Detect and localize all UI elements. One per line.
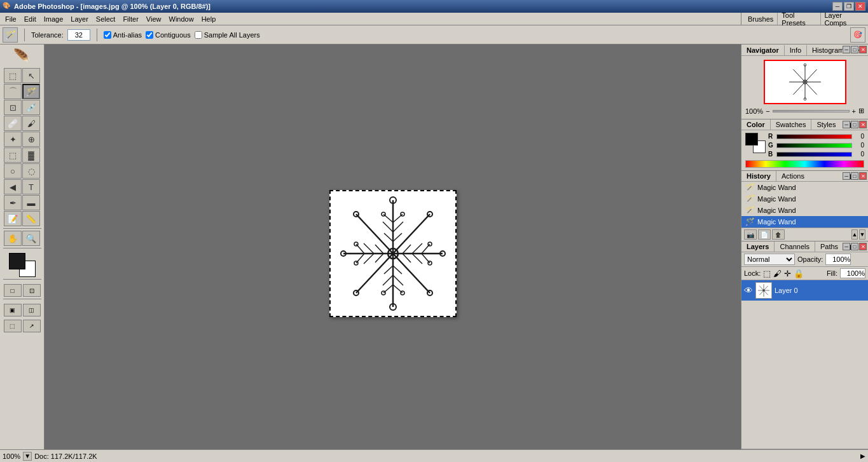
layer-item[interactable]: 👁 Layer 0 bbox=[741, 280, 868, 301]
history-tab[interactable]: History bbox=[741, 171, 776, 181]
history-new-snapshot-btn[interactable]: 📷 bbox=[744, 229, 757, 240]
path-selection-tool[interactable]: ◀ bbox=[4, 179, 22, 194]
sample-all-checkbox-label[interactable]: Sample All Layers bbox=[195, 31, 260, 39]
layer-comps-tab[interactable]: Layer Comps bbox=[821, 13, 866, 25]
b-slider[interactable] bbox=[776, 152, 852, 157]
anti-alias-checkbox[interactable] bbox=[104, 31, 111, 39]
hand-tool[interactable]: ✋ bbox=[4, 231, 22, 246]
type-tool[interactable]: T bbox=[22, 179, 40, 194]
contiguous-checkbox-label[interactable]: Contiguous bbox=[146, 31, 191, 39]
dodge-tool[interactable]: ◌ bbox=[22, 163, 40, 179]
channels-tab[interactable]: Channels bbox=[775, 241, 815, 252]
color-fg-swatch[interactable] bbox=[745, 133, 758, 146]
nav-restore-btn[interactable]: □ bbox=[851, 46, 858, 53]
history-delete-btn[interactable]: 🗑 bbox=[772, 229, 785, 240]
sample-icon-button[interactable]: 🎯 bbox=[850, 27, 865, 43]
nav-zoom-slider[interactable] bbox=[773, 110, 850, 112]
nav-close-btn[interactable]: ✕ bbox=[859, 46, 867, 53]
status-zoom-btn[interactable]: ▼ bbox=[23, 452, 32, 461]
nav-zoom-plus[interactable]: + bbox=[852, 107, 856, 115]
eyedropper-tool[interactable]: 💉 bbox=[22, 100, 40, 115]
history-new-doc-btn[interactable]: 📄 bbox=[758, 229, 771, 240]
menu-window[interactable]: Window bbox=[165, 14, 198, 24]
screen-mode-btn-1[interactable]: ▣ bbox=[4, 304, 22, 316]
r-slider[interactable] bbox=[776, 134, 852, 139]
color-restore-btn[interactable]: □ bbox=[851, 121, 858, 128]
history-scroll-down[interactable]: ▼ bbox=[859, 229, 865, 240]
info-tab[interactable]: Info bbox=[785, 45, 807, 55]
color-minimize-btn[interactable]: ─ bbox=[843, 121, 850, 128]
status-scroll-btn[interactable]: ▶ bbox=[860, 452, 865, 459]
lock-all-icon[interactable]: 🔒 bbox=[794, 269, 804, 278]
history-item[interactable]: 🪄 Magic Wand bbox=[741, 182, 868, 193]
menu-edit[interactable]: Edit bbox=[20, 14, 40, 24]
menu-select[interactable]: Select bbox=[92, 14, 120, 24]
menu-image[interactable]: Image bbox=[40, 14, 67, 24]
g-slider[interactable] bbox=[776, 143, 852, 148]
lock-transparent-icon[interactable]: ⬚ bbox=[763, 269, 771, 278]
lock-image-icon[interactable]: 🖌 bbox=[773, 269, 782, 278]
navigator-tab[interactable]: Navigator bbox=[741, 45, 785, 55]
history-item-active[interactable]: 🪄 Magic Wand bbox=[741, 216, 868, 228]
healing-brush-tool[interactable]: 🩹 bbox=[4, 116, 22, 131]
quick-mask-btn[interactable]: ⊡ bbox=[23, 284, 41, 297]
paths-tab[interactable]: Paths bbox=[815, 241, 843, 252]
clone-stamp-tool[interactable]: ✦ bbox=[4, 132, 22, 147]
screen-mode-btn-2[interactable]: ◫ bbox=[23, 304, 41, 316]
magic-wand-tool active[interactable]: 🪄 bbox=[22, 84, 40, 99]
sample-all-checkbox[interactable] bbox=[195, 31, 202, 39]
tool-presets-tab[interactable]: Tool Presets bbox=[778, 13, 820, 25]
layers-minimize-btn[interactable]: ─ bbox=[843, 243, 850, 250]
move-tool[interactable]: ↖ bbox=[22, 68, 40, 83]
history-close-btn[interactable]: ✕ bbox=[859, 172, 867, 180]
crop-tool[interactable]: ⊡ bbox=[4, 100, 22, 115]
minimize-button[interactable]: ─ bbox=[832, 2, 843, 11]
blur-tool[interactable]: ○ bbox=[4, 163, 22, 179]
styles-tab[interactable]: Styles bbox=[811, 119, 841, 130]
menu-help[interactable]: Help bbox=[198, 14, 220, 24]
anti-alias-checkbox-label[interactable]: Anti-alias bbox=[104, 31, 142, 39]
fill-input[interactable] bbox=[840, 268, 865, 278]
blend-mode-select[interactable]: Normal Multiply Screen bbox=[744, 254, 795, 265]
close-button[interactable]: ✕ bbox=[855, 2, 865, 11]
color-close-btn[interactable]: ✕ bbox=[859, 121, 867, 128]
layers-restore-btn[interactable]: □ bbox=[851, 243, 858, 250]
layers-close-btn[interactable]: ✕ bbox=[859, 243, 867, 250]
brushes-tab[interactable]: Brushes bbox=[744, 13, 778, 25]
menu-filter[interactable]: Filter bbox=[119, 14, 142, 24]
extra-btn-2[interactable]: ↗ bbox=[23, 320, 41, 332]
shape-tool[interactable]: ▬ bbox=[22, 195, 40, 210]
history-brush-tool[interactable]: ⊕ bbox=[22, 132, 40, 147]
menu-view[interactable]: View bbox=[142, 14, 165, 24]
history-scroll-up[interactable]: ▲ bbox=[851, 229, 858, 240]
standard-mode-btn[interactable]: □ bbox=[4, 284, 22, 297]
measure-tool[interactable]: 📏 bbox=[22, 211, 40, 226]
history-restore-btn[interactable]: □ bbox=[851, 172, 858, 180]
history-item[interactable]: 🪄 Magic Wand bbox=[741, 205, 868, 216]
swatches-tab[interactable]: Swatches bbox=[771, 119, 812, 130]
color-tab[interactable]: Color bbox=[741, 119, 771, 130]
contiguous-checkbox[interactable] bbox=[146, 31, 153, 39]
brush-tool[interactable]: 🖌 bbox=[22, 116, 40, 131]
menu-layer[interactable]: Layer bbox=[67, 14, 92, 24]
history-minimize-btn[interactable]: ─ bbox=[843, 172, 850, 180]
opacity-input[interactable] bbox=[825, 254, 851, 265]
notes-tool[interactable]: 📝 bbox=[4, 211, 22, 226]
extra-btn-1[interactable]: ⬚ bbox=[4, 320, 22, 332]
layers-tab[interactable]: Layers bbox=[741, 241, 775, 252]
actions-tab[interactable]: Actions bbox=[776, 171, 809, 181]
restore-button[interactable]: ❐ bbox=[844, 2, 854, 11]
marquee-tool[interactable]: ⬚ bbox=[4, 68, 22, 83]
history-item[interactable]: 🪄 Magic Wand bbox=[741, 193, 868, 205]
pen-tool[interactable]: ✒ bbox=[4, 195, 22, 210]
nav-zoom-minus[interactable]: − bbox=[766, 107, 769, 115]
lasso-tool[interactable]: ⌒ bbox=[4, 84, 22, 99]
menu-file[interactable]: File bbox=[1, 14, 20, 24]
layer-visibility-icon[interactable]: 👁 bbox=[744, 285, 753, 296]
zoom-tool[interactable]: 🔍 bbox=[22, 231, 40, 246]
eraser-tool[interactable]: ⬚ bbox=[4, 147, 22, 163]
color-spectrum[interactable] bbox=[745, 160, 864, 168]
nav-minimize-btn[interactable]: ─ bbox=[843, 46, 850, 53]
lock-position-icon[interactable]: ✛ bbox=[784, 269, 791, 278]
foreground-color[interactable] bbox=[9, 253, 25, 269]
